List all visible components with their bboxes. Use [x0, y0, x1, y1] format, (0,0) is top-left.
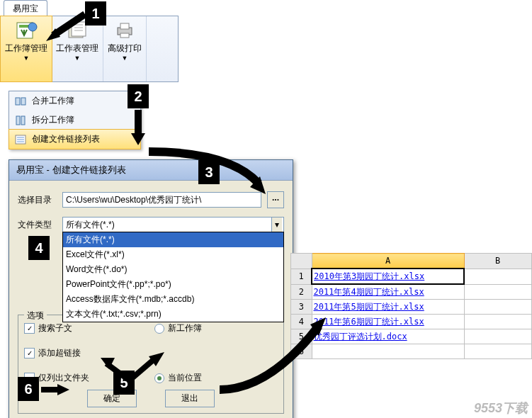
- row-header[interactable]: 4: [291, 315, 312, 329]
- ribbon: 工作簿管理 ▼ 工作表管理 ▼ 高级打印 ▼: [0, 16, 179, 82]
- col-header-a[interactable]: A: [312, 254, 464, 269]
- file-link[interactable]: 2011年第5期园丁统计.xlsx: [314, 302, 424, 312]
- browse-button[interactable]: ···: [267, 191, 284, 208]
- corner-cell[interactable]: [291, 254, 312, 269]
- dialog-title: 易用宝 - 创建文件链接列表: [9, 160, 293, 181]
- worksheet-mgmt-button[interactable]: 工作表管理 ▼: [52, 16, 103, 81]
- row-header[interactable]: 5: [291, 329, 312, 344]
- workbook-icon: [15, 19, 38, 42]
- chk-label: 搜索子文: [38, 322, 72, 334]
- svg-rect-11: [21, 116, 25, 125]
- dropdown-arrow-icon: ▼: [23, 55, 30, 62]
- file-link[interactable]: 2011年第4期园丁统计.xlsx: [314, 287, 424, 297]
- step-marker-3: 3: [198, 160, 220, 184]
- svg-rect-7: [120, 33, 129, 38]
- row-header[interactable]: 6: [291, 344, 312, 359]
- cancel-button[interactable]: 退出: [165, 390, 215, 407]
- file-link[interactable]: 2011年第6期园丁统计.xlsx: [314, 317, 424, 327]
- combo-option[interactable]: Excel文件(*.xl*): [63, 247, 283, 262]
- row-header[interactable]: 1: [291, 269, 312, 284]
- dir-label: 选择目录: [18, 194, 57, 206]
- dropdown-menu: 合并工作簿 拆分工作簿 创建文件链接列表: [9, 91, 141, 149]
- rad-current-pos[interactable]: 当前位置: [154, 372, 278, 384]
- menu-merge[interactable]: 合并工作簿: [9, 91, 140, 111]
- svg-rect-4: [72, 22, 86, 36]
- combo-option[interactable]: 所有文件(*.*): [63, 232, 283, 247]
- dropdown-arrow-icon: ▼: [74, 55, 81, 62]
- menu-label: 创建文件链接列表: [32, 133, 100, 145]
- menu-create-links[interactable]: 创建文件链接列表: [9, 129, 141, 149]
- combo-value[interactable]: 所有文件(*.*): [62, 217, 284, 232]
- type-combo[interactable]: 所有文件(*.*) 所有文件(*.*) Excel文件(*.xl*) Word文…: [62, 217, 284, 232]
- list-icon: [15, 134, 26, 145]
- step-marker-6: 6: [18, 377, 39, 401]
- result-sheet: AB 12010年第3期园丁统计.xlsx 22011年第4期园丁统计.xlsx…: [290, 253, 532, 359]
- svg-rect-9: [21, 98, 26, 105]
- col-header-b[interactable]: B: [464, 254, 531, 269]
- file-link[interactable]: 优秀园丁评选计划.docx: [314, 332, 407, 341]
- rad-label: 当前位置: [168, 372, 202, 384]
- step-marker-4: 4: [28, 236, 50, 260]
- row-header[interactable]: 3: [291, 300, 312, 315]
- dropdown-arrow-icon: ▼: [122, 55, 128, 62]
- options-fieldset: 选项 ✓搜索子文 新工作簿 ✓添加超链接 仅列出文件夹 当前位置 确定 退出: [18, 315, 284, 414]
- step-marker-1: 1: [85, 1, 106, 26]
- combo-option[interactable]: 文本文件(*.txt;*.csv;*.prn): [63, 307, 283, 322]
- svg-point-2: [28, 23, 37, 31]
- workbook-mgmt-button[interactable]: 工作簿管理 ▼: [0, 16, 52, 82]
- file-link[interactable]: 2010年第3期园丁统计.xlsx: [314, 271, 424, 281]
- combo-option[interactable]: Access数据库文件(*.mdb;*.accdb): [63, 292, 283, 307]
- combo-option[interactable]: Word文件(*.do*): [63, 262, 283, 277]
- menu-split[interactable]: 拆分工作簿: [9, 111, 140, 130]
- chk-label: 添加超链接: [38, 347, 81, 359]
- chk-hyperlink[interactable]: ✓添加超链接: [24, 347, 147, 359]
- ribbon-tab[interactable]: 易用宝: [4, 0, 47, 17]
- watermark: 9553下载: [474, 400, 528, 417]
- dir-input[interactable]: C:\Users\wu\Desktop\优秀园丁统计\: [62, 192, 261, 208]
- combo-option[interactable]: PowerPoint文件(*.pp*;*.po*): [63, 277, 283, 292]
- chk-label: 仅列出文件夹: [38, 372, 89, 384]
- chk-subfolder[interactable]: ✓搜索子文: [24, 322, 147, 334]
- checkbox-icon: ✓: [24, 348, 35, 358]
- type-label: 文件类型: [18, 219, 57, 231]
- btn-label: 工作簿管理: [5, 43, 47, 53]
- menu-label: 拆分工作簿: [32, 114, 74, 126]
- split-icon: [15, 115, 26, 126]
- radio-icon: [154, 373, 164, 383]
- svg-rect-8: [16, 98, 20, 105]
- menu-label: 合并工作簿: [32, 95, 74, 107]
- checkbox-icon: ✓: [24, 323, 35, 334]
- create-links-dialog: 易用宝 - 创建文件链接列表 选择目录 C:\Users\wu\Desktop\…: [9, 159, 293, 418]
- svg-rect-6: [120, 23, 129, 29]
- options-legend: 选项: [24, 310, 47, 322]
- merge-icon: [15, 96, 26, 107]
- radio-icon: [154, 324, 164, 334]
- rad-label: 新工作簿: [168, 322, 202, 334]
- svg-rect-10: [16, 116, 20, 125]
- printer-icon: [113, 19, 136, 42]
- adv-print-button[interactable]: 高级打印 ▼: [103, 16, 147, 81]
- step-marker-5: 5: [113, 371, 135, 395]
- rad-new-wb[interactable]: 新工作簿: [154, 322, 278, 334]
- combo-list: 所有文件(*.*) Excel文件(*.xl*) Word文件(*.do*) P…: [62, 232, 284, 322]
- row-header[interactable]: 2: [291, 284, 312, 300]
- btn-label: 工作表管理: [56, 43, 98, 53]
- step-marker-2: 2: [128, 84, 149, 108]
- btn-label: 高级打印: [108, 43, 142, 53]
